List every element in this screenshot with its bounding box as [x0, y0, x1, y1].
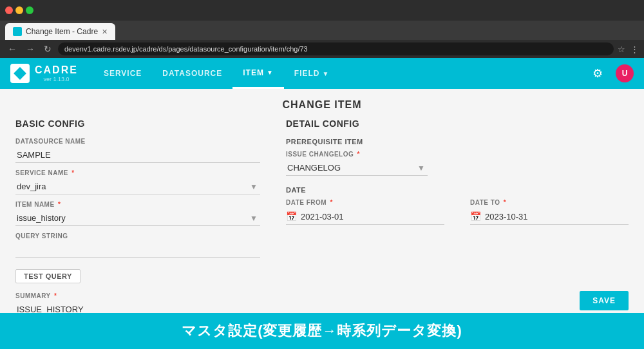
- logo-area: CADRE ver 1.13.0: [10, 64, 78, 83]
- nav-menu: SERVICE DATASOURCE ITEM ▼ FIELD ▼: [93, 58, 587, 89]
- date-label: DATE: [286, 186, 629, 194]
- date-to-input[interactable]: [485, 212, 549, 222]
- tab-close-icon[interactable]: ✕: [102, 28, 108, 36]
- date-to-field: DATE TO * 📅: [470, 199, 629, 225]
- detail-config-title: DETAIL CONFIG: [286, 118, 629, 129]
- item-name-label: ITEM NAME *: [15, 201, 260, 208]
- nav-datasource-label: DATASOURCE: [162, 69, 222, 78]
- nav-item-label: ITEM: [243, 68, 264, 77]
- logo-icon: [10, 64, 30, 83]
- date-to-wrapper: 📅: [470, 209, 629, 225]
- service-name-label: SERVICE NAME *: [15, 169, 260, 176]
- summary-required-marker: *: [54, 292, 57, 299]
- main-content: CHANGE ITEM BASIC CONFIG DATASOURCE NAME…: [0, 89, 644, 349]
- banner-text: マスタ設定(変更履歴→時系列データ変換): [182, 321, 462, 341]
- basic-config-title: BASIC CONFIG: [15, 118, 260, 129]
- summary-label: SUMMARY *: [15, 292, 260, 299]
- address-input[interactable]: [58, 42, 614, 55]
- issue-changelog-select-wrapper: CHANGELOG ▼: [286, 160, 428, 176]
- item-name-group: ITEM NAME * issue_history ▼: [15, 201, 260, 226]
- prerequisite-item-section: PREREQUISITE ITEM ISSUE CHANGELOG * CHAN…: [286, 138, 629, 176]
- app-header: CADRE ver 1.13.0 SERVICE DATASOURCE ITEM…: [0, 58, 644, 89]
- issue-required-marker: *: [357, 151, 360, 158]
- item-chevron-icon: ▼: [267, 69, 274, 76]
- service-required-marker: *: [71, 169, 74, 176]
- date-from-input[interactable]: [301, 212, 365, 222]
- star-icon[interactable]: ☆: [618, 44, 625, 54]
- date-row: DATE FROM * 📅 DATE TO: [286, 199, 629, 225]
- datasource-name-input[interactable]: [15, 147, 260, 163]
- logo-text: CADRE: [35, 64, 78, 75]
- issue-changelog-select[interactable]: CHANGELOG: [286, 160, 428, 175]
- field-chevron-icon: ▼: [323, 70, 330, 77]
- calendar-from-icon: 📅: [286, 211, 297, 222]
- date-from-wrapper: 📅: [286, 209, 444, 225]
- user-avatar[interactable]: U: [616, 64, 634, 82]
- service-name-group: SERVICE NAME * dev_jira ▼: [15, 169, 260, 194]
- browser-icons: ☆ ⋮: [618, 44, 639, 54]
- tab-bar: Change Item - Cadre ✕: [0, 21, 644, 40]
- date-from-field: DATE FROM * 📅: [286, 199, 444, 225]
- maximize-button[interactable]: [26, 6, 33, 14]
- address-bar: ← → ↻ ☆ ⋮: [0, 40, 644, 58]
- nav-item-item[interactable]: ITEM ▼: [232, 58, 284, 89]
- bottom-banner: マスタ設定(変更履歴→時系列データ変換): [0, 313, 644, 349]
- service-name-select[interactable]: dev_jira: [15, 179, 260, 194]
- nav-item-field[interactable]: FIELD ▼: [284, 58, 340, 89]
- nav-item-service[interactable]: SERVICE: [93, 58, 152, 89]
- date-section: DATE DATE FROM * 📅: [286, 186, 629, 225]
- browser-chrome: [0, 0, 644, 21]
- test-query-area: TEST QUERY: [15, 264, 260, 288]
- window-controls: [5, 6, 33, 14]
- datasource-name-group: DATASOURCE NAME: [15, 138, 260, 163]
- tab-favicon: [13, 27, 22, 36]
- forward-button[interactable]: →: [23, 42, 37, 55]
- query-string-group: QUERY STRING: [15, 232, 260, 258]
- date-from-required: *: [330, 199, 332, 206]
- item-required-marker: *: [58, 201, 61, 208]
- date-from-label: DATE FROM *: [286, 199, 444, 206]
- nav-field-label: FIELD: [294, 69, 320, 78]
- query-string-label: QUERY STRING: [15, 232, 260, 240]
- minimize-button[interactable]: [15, 6, 23, 14]
- back-button[interactable]: ←: [5, 42, 19, 55]
- calendar-to-icon: 📅: [470, 211, 481, 222]
- settings-icon[interactable]: ⚙: [587, 63, 608, 84]
- refresh-button[interactable]: ↻: [41, 42, 54, 55]
- logo-text-area: CADRE ver 1.13.0: [35, 64, 78, 82]
- date-to-required: *: [504, 199, 506, 206]
- logo-version: ver 1.13.0: [35, 76, 78, 82]
- save-button[interactable]: SAVE: [580, 291, 629, 310]
- query-string-input[interactable]: [15, 242, 260, 258]
- active-tab[interactable]: Change Item - Cadre ✕: [5, 23, 115, 40]
- avatar-initials: U: [622, 69, 628, 78]
- prerequisite-item-label: PREREQUISITE ITEM: [286, 138, 629, 146]
- nav-item-datasource[interactable]: DATASOURCE: [152, 58, 232, 89]
- service-name-select-wrapper: dev_jira ▼: [15, 179, 260, 194]
- close-button[interactable]: [5, 6, 13, 14]
- item-name-select[interactable]: issue_history: [15, 211, 260, 225]
- issue-changelog-label: ISSUE CHANGELOG *: [286, 151, 629, 158]
- item-name-select-wrapper: issue_history ▼: [15, 211, 260, 226]
- test-query-button[interactable]: TEST QUERY: [15, 269, 80, 283]
- logo-diamond: [14, 67, 26, 80]
- header-actions: ⚙ U: [587, 63, 634, 84]
- menu-icon[interactable]: ⋮: [630, 44, 639, 54]
- tab-title: Change Item - Cadre: [26, 27, 98, 36]
- page-title: CHANGE ITEM: [283, 99, 362, 110]
- date-to-label: DATE TO *: [470, 199, 629, 206]
- nav-service-label: SERVICE: [104, 69, 142, 78]
- issue-changelog-group: ISSUE CHANGELOG * CHANGELOG ▼: [286, 151, 629, 176]
- datasource-name-label: DATASOURCE NAME: [15, 138, 260, 145]
